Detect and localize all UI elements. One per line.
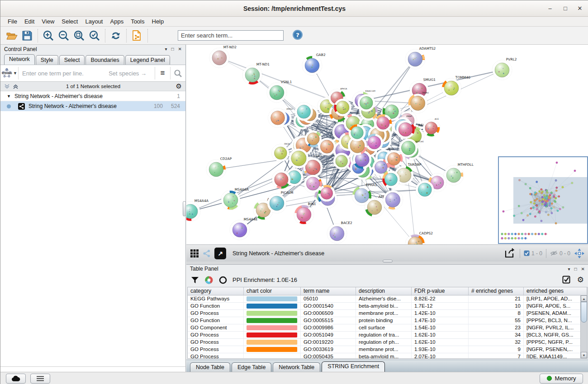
menu-item-layout[interactable]: Layout: [81, 17, 106, 27]
table-row[interactable]: GO ProcessGO:0019220regulation of ph...1…: [188, 339, 587, 346]
menu-item-help[interactable]: Help: [148, 17, 168, 27]
table-row[interactable]: GO ProcessGO:0051049regulation of tra...…: [188, 332, 587, 339]
task-history-button[interactable]: [30, 374, 50, 384]
column-header-category[interactable]: category: [188, 287, 244, 295]
gear-icon[interactable]: ⚙: [577, 275, 584, 285]
birdseye-overview[interactable]: [498, 156, 588, 244]
tree-expander-icon[interactable]: ▼: [7, 94, 11, 98]
network-collection-row[interactable]: ▼ String Network - Alzheimer's disease 1: [0, 91, 185, 101]
protein-node[interactable]: [415, 180, 434, 199]
table-row[interactable]: GO ProcessGO:0050435beta-amyloid m...2.0…: [188, 353, 587, 358]
protein-node[interactable]: CD2AP: [206, 157, 232, 179]
share-view-icon[interactable]: [203, 249, 211, 258]
panel-menu-icon[interactable]: ▾: [165, 47, 167, 52]
menu-item-view[interactable]: View: [38, 17, 58, 27]
scrollbar-thumb[interactable]: [581, 302, 587, 323]
table-row[interactable]: KEGG Pathways05010Alzheimer's dise...8.8…: [188, 295, 587, 303]
birdseye-toggle-icon[interactable]: [574, 248, 585, 259]
protein-node[interactable]: MT-ND2: [209, 45, 237, 68]
tab-node-table[interactable]: Node Table: [190, 362, 230, 372]
protein-node[interactable]: PVRL2: [492, 57, 517, 80]
protein-node[interactable]: GAB2: [302, 53, 326, 75]
column-header-enriched-genes[interactable]: enriched genes: [524, 287, 587, 295]
panel-float-icon[interactable]: □: [574, 267, 577, 272]
menu-item-apps[interactable]: Apps: [107, 17, 128, 27]
tab-select[interactable]: Select: [59, 55, 85, 65]
menu-item-tools[interactable]: Tools: [127, 17, 148, 27]
protein-node[interactable]: ACE: [422, 118, 440, 137]
menu-item-edit[interactable]: Edit: [21, 17, 38, 27]
menu-item-file[interactable]: File: [4, 17, 21, 27]
column-header-chart-color[interactable]: chart color: [244, 287, 301, 295]
vertical-splitter-handle[interactable]: [183, 201, 186, 216]
set-species-label[interactable]: Set species →: [109, 70, 151, 77]
maximize-button[interactable]: □: [560, 4, 570, 13]
close-button[interactable]: ✕: [575, 4, 585, 13]
tab-legend-panel[interactable]: Legend Panel: [125, 55, 170, 65]
protein-node[interactable]: VSNL1: [267, 80, 292, 103]
grid-view-icon[interactable]: [190, 249, 199, 258]
ring-chart-icon[interactable]: [219, 276, 227, 284]
tab-network-table[interactable]: Network Table: [273, 362, 320, 372]
detach-view-button[interactable]: ↗: [214, 248, 226, 259]
query-options-button[interactable]: ≡: [155, 67, 170, 80]
menu-item-select[interactable]: Select: [58, 17, 81, 27]
column-header--enriched-genes[interactable]: # enriched genes: [469, 287, 524, 295]
zoom-selected-button[interactable]: [87, 28, 102, 43]
table-vertical-scrollbar[interactable]: ▲ ▼: [580, 295, 587, 358]
zoom-in-button[interactable]: [41, 28, 56, 43]
protein-node[interactable]: BACE2: [327, 221, 352, 244]
table-row[interactable]: GO FunctionGO:0005515protein binding1.47…: [188, 317, 587, 324]
collapse-all-icon[interactable]: [4, 84, 10, 89]
tab-network[interactable]: Network: [4, 54, 35, 65]
query-search-button[interactable]: [170, 67, 185, 80]
title-bar[interactable]: Session: /tmp/enrichmentTest.cys – □ ✕: [0, 0, 588, 17]
protein-node[interactable]: ADAMTS2: [405, 47, 436, 69]
scroll-down-arrow[interactable]: ▼: [581, 352, 587, 358]
column-header-FDR-p-value[interactable]: FDR p-value: [412, 287, 469, 295]
tab-string-enrichment[interactable]: STRING Enrichment: [322, 361, 385, 372]
tab-boundaries[interactable]: Boundaries: [85, 55, 124, 65]
panel-close-icon[interactable]: ✕: [178, 47, 182, 52]
scroll-up-arrow[interactable]: ▲: [581, 295, 587, 302]
table-row[interactable]: GO ProcessGO:0033619membrane prot...1.93…: [188, 346, 587, 353]
string-protein-query-dropdown[interactable]: STRING ▼: [0, 67, 19, 80]
network-row[interactable]: String Network - Alzheimer's disease 100…: [0, 101, 185, 111]
expand-all-icon[interactable]: [13, 84, 19, 89]
table-row[interactable]: GO ComponentGO:0009986cell surface1.54E-…: [188, 324, 587, 332]
filter-icon[interactable]: [191, 276, 199, 284]
minimize-button[interactable]: –: [545, 4, 555, 13]
refresh-button[interactable]: [108, 28, 123, 43]
zoom-out-button[interactable]: [56, 28, 71, 43]
panel-menu-icon[interactable]: ▾: [568, 267, 570, 272]
table-row[interactable]: GO FunctionGO:0001540beta-amyloid bi...1…: [188, 303, 587, 310]
select-rows-icon[interactable]: [562, 276, 571, 284]
panel-float-icon[interactable]: □: [171, 47, 174, 52]
tab-edge-table[interactable]: Edge Table: [232, 362, 271, 372]
cloud-tasks-button[interactable]: [6, 374, 26, 384]
memory-button[interactable]: Memory: [540, 374, 583, 384]
pie-chart-icon[interactable]: [204, 276, 213, 285]
panel-close-icon[interactable]: ✕: [581, 267, 585, 272]
protein-node[interactable]: BIN1: [294, 202, 316, 225]
help-button[interactable]: ?: [292, 29, 303, 42]
zoom-fit-button[interactable]: [71, 28, 87, 43]
table-row[interactable]: GO ProcessGO:0006509membrane prot...1.42…: [188, 310, 587, 317]
protein-node[interactable]: MS4A6A: [221, 187, 249, 210]
save-session-button[interactable]: [19, 28, 35, 43]
export-view-icon[interactable]: [504, 248, 516, 259]
column-header-term-name[interactable]: term name: [301, 287, 356, 295]
protein-node[interactable]: MS4A4A: [186, 199, 209, 221]
export-network-button[interactable]: [129, 28, 145, 43]
protein-node[interactable]: MS4A4E: [230, 217, 258, 240]
protein-node[interactable]: [333, 152, 351, 170]
horizontal-splitter-handle[interactable]: [383, 260, 393, 262]
protein-node[interactable]: MTHFDLL: [444, 163, 474, 185]
protein-node[interactable]: [383, 190, 403, 210]
term-input[interactable]: Enter one term per line. Set species →: [19, 70, 155, 77]
protein-node[interactable]: CADPS2: [405, 231, 433, 244]
gear-icon[interactable]: ⚙: [176, 82, 182, 90]
open-session-button[interactable]: [4, 28, 19, 43]
column-header-description[interactable]: description: [356, 287, 412, 295]
protein-node[interactable]: PICALM: [267, 191, 294, 213]
